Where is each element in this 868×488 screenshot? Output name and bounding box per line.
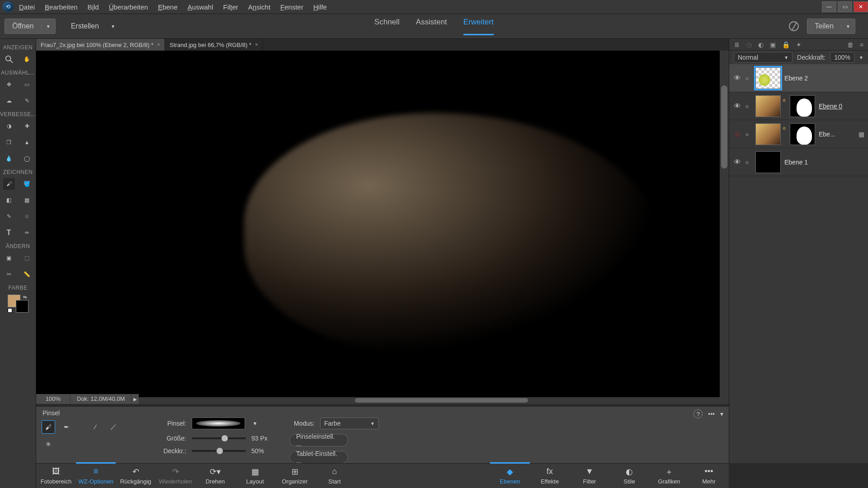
brush-preview[interactable]: [192, 418, 245, 429]
stamp-tool[interactable]: ▲: [21, 136, 33, 148]
share-dropdown-icon[interactable]: ▼: [841, 24, 855, 29]
crop-tool[interactable]: ▣: [3, 252, 15, 264]
share-button[interactable]: Teilen ▼: [807, 19, 855, 34]
marquee-tool[interactable]: ▭: [21, 79, 33, 90]
vertical-scrollbar[interactable]: [720, 51, 729, 397]
menu-fenster[interactable]: Fenster: [280, 3, 303, 11]
brush-variant-impression[interactable]: ✒: [60, 420, 73, 434]
layer-mask-thumb[interactable]: [790, 123, 815, 145]
window-maximize-button[interactable]: ▭: [838, 1, 852, 12]
menu-ansicht[interactable]: Ansicht: [248, 3, 270, 11]
bb-wz-optionen[interactable]: ≡WZ-Optionen: [76, 462, 116, 488]
status-menu-icon[interactable]: ▶: [132, 394, 139, 404]
bb-redo[interactable]: ↷Wiederholen: [156, 464, 195, 488]
options-menu-icon[interactable]: •••: [708, 410, 715, 418]
bb-more[interactable]: •••Mehr: [689, 464, 729, 488]
brush-variant-color[interactable]: ∕: [89, 420, 102, 434]
linked-icon[interactable]: ๏: [745, 74, 752, 82]
open-dropdown-icon[interactable]: ▼: [41, 24, 55, 29]
eraser-tool[interactable]: ◧: [3, 194, 15, 206]
bb-undo[interactable]: ↶Rückgängig: [116, 464, 156, 488]
mask-link-icon[interactable]: ๏: [783, 95, 788, 117]
swap-colors-icon[interactable]: ⇆: [23, 295, 28, 300]
file-tab-1-close-icon[interactable]: ×: [255, 42, 258, 48]
bb-home[interactable]: ⌂Start: [315, 464, 354, 488]
move-tool[interactable]: ✥: [3, 79, 15, 90]
linked-icon[interactable]: ๏: [745, 102, 752, 110]
link-icon[interactable]: ✦: [796, 41, 802, 48]
window-minimize-button[interactable]: —: [822, 1, 836, 12]
size-slider[interactable]: [192, 437, 246, 439]
layer-opacity-field[interactable]: 100%: [830, 52, 854, 63]
adjustment-icon[interactable]: ◐: [758, 41, 764, 48]
brush-variant-brush[interactable]: 🖌: [42, 420, 55, 434]
layer-row-0[interactable]: 👁 ๏ Ebene 2: [729, 64, 868, 92]
blur-tool[interactable]: 💧: [3, 153, 15, 164]
tablet-settings-button[interactable]: Tablet-Einstell. ...: [289, 451, 348, 464]
file-tab-0-close-icon[interactable]: ×: [157, 42, 160, 48]
layer-thumb[interactable]: [755, 123, 781, 145]
linked-icon[interactable]: ๏: [745, 130, 752, 138]
brush-variant-pencil[interactable]: ／: [107, 420, 120, 434]
brush-tool[interactable]: 🖌: [3, 178, 15, 190]
bb-layers[interactable]: ◆Ebenen: [490, 462, 530, 488]
layer-name[interactable]: Ebene 2: [784, 75, 864, 82]
background-color[interactable]: [16, 300, 28, 313]
file-tab-0[interactable]: Frau7_2x.jpg bei 100% (Ebene 2, RGB/8) *…: [36, 39, 165, 51]
layer-thumb[interactable]: [755, 151, 781, 173]
menu-filter[interactable]: Filter: [223, 3, 238, 11]
linked-icon[interactable]: ๏: [745, 158, 752, 166]
quick-select-tool[interactable]: ✎: [21, 95, 33, 107]
bb-effects[interactable]: fxEffekte: [530, 464, 570, 488]
bb-filter[interactable]: ▼Filter: [570, 464, 609, 488]
bb-styles[interactable]: ◐Stile: [609, 464, 649, 488]
default-colors-icon[interactable]: [8, 308, 12, 313]
layer-row-3[interactable]: 👁 ๏ Ebene 1: [729, 148, 868, 176]
menu-bearbeiten[interactable]: Bearbeiten: [45, 3, 78, 11]
layer-row-2[interactable]: ⊘ ๏ ๏ Ebe... ▦: [729, 120, 868, 148]
size-value[interactable]: 93 Px: [251, 435, 278, 442]
text-tool[interactable]: T: [3, 227, 15, 239]
color-replace-tool[interactable]: ✏: [21, 227, 33, 239]
layer-thumb[interactable]: [755, 95, 781, 117]
bb-graphics[interactable]: ＋Grafiken: [649, 464, 689, 488]
opacity-value[interactable]: 50%: [251, 447, 278, 455]
gradient-tool[interactable]: ▦: [21, 194, 33, 206]
sponge-tool[interactable]: ◯: [21, 153, 33, 164]
trash-icon[interactable]: 🗑: [847, 41, 854, 48]
panel-menu-icon[interactable]: ≡: [860, 41, 863, 48]
layer-mask-thumb[interactable]: [790, 95, 815, 117]
brush-settings-button[interactable]: Pinseleinstell. ...: [289, 434, 348, 446]
layer-name[interactable]: Ebene 1: [784, 159, 864, 166]
menu-datei[interactable]: DDateiatei: [19, 3, 35, 11]
canvas[interactable]: [36, 51, 729, 397]
bb-organizer[interactable]: ⊞Organizer: [275, 464, 315, 488]
opacity-slider[interactable]: [192, 450, 246, 452]
create-dropdown-icon[interactable]: ▼: [106, 24, 120, 29]
create-button[interactable]: Erstellen ▼: [64, 19, 120, 34]
new-group-icon[interactable]: ◷: [746, 41, 752, 48]
spot-heal-tool[interactable]: ✚: [21, 120, 33, 132]
clone-tool[interactable]: ❐: [3, 136, 15, 148]
bb-layout[interactable]: ▦Layout: [235, 464, 275, 488]
new-layer-icon[interactable]: 🗎: [734, 41, 740, 48]
brush-picker-dropdown-icon[interactable]: ▼: [250, 418, 259, 429]
mask-icon[interactable]: ▣: [770, 41, 776, 48]
open-button[interactable]: Öffnen ▼: [5, 19, 56, 34]
bb-rotate[interactable]: ⟳▾Drehen: [195, 464, 235, 488]
layer-name[interactable]: Ebe...: [819, 131, 855, 138]
tab-expert[interactable]: Erweitert: [463, 18, 494, 35]
file-tab-1[interactable]: Strand.jpg bei 66,7% (RGB/8) * ×: [165, 39, 263, 51]
mask-link-icon[interactable]: ๏: [783, 123, 788, 145]
paint-bucket-tool[interactable]: 🪣: [21, 178, 33, 190]
menu-bild[interactable]: Bild: [88, 3, 99, 11]
lasso-tool[interactable]: ☁: [3, 95, 15, 107]
horizontal-scrollbar[interactable]: [36, 397, 729, 404]
options-collapse-icon[interactable]: ▾: [720, 410, 723, 418]
window-close-button[interactable]: ✕: [854, 1, 868, 12]
menu-hilfe[interactable]: Hilfe: [313, 3, 327, 11]
blend-mode-select[interactable]: Normal ▼: [734, 52, 793, 63]
bb-fotobereich[interactable]: 🖼Fotobereich: [36, 464, 76, 488]
zoom-field[interactable]: 100%: [36, 394, 71, 404]
visibility-icon[interactable]: ⊘: [733, 130, 742, 138]
